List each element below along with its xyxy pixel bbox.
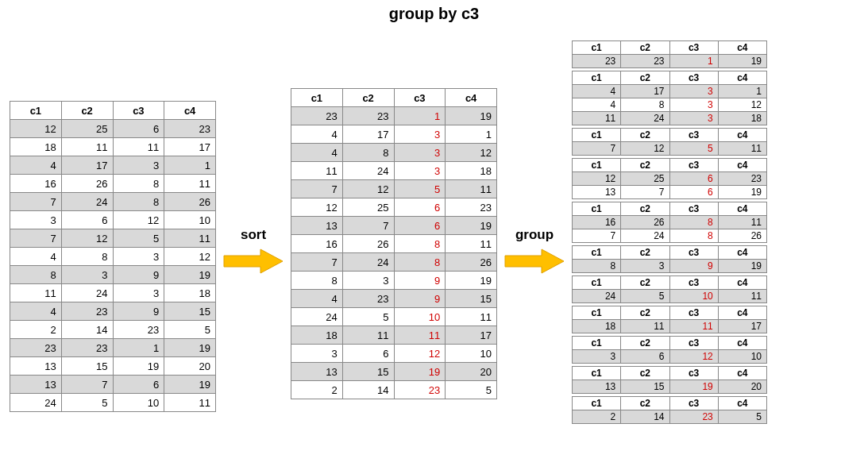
column-header: c1 [573, 276, 621, 290]
column-header: c1 [573, 246, 621, 260]
table-row: 1225623 [10, 120, 216, 138]
column-header: c3 [669, 202, 718, 216]
table-row: 13151920 [10, 357, 216, 376]
arrow-right-icon [503, 248, 565, 275]
grouped-tables: c1c2c3c42323119c1c2c3c441731483121124318… [572, 40, 767, 424]
group-table: c1c2c3c4712511 [572, 128, 767, 156]
column-header: c3 [669, 159, 718, 172]
table-row: 13151920 [573, 380, 767, 394]
group-table: c1c2c3c413151920 [572, 366, 767, 394]
table-sorted: c1c2c3c423231194173148312112431871251112… [291, 88, 497, 399]
column-header: c3 [669, 276, 718, 290]
column-header: c1 [573, 337, 621, 350]
table-row: 712511 [573, 142, 767, 156]
column-header: c1 [573, 159, 621, 172]
column-header: c1 [573, 306, 621, 320]
column-header: c3 [669, 337, 718, 350]
table-row: 83919 [291, 272, 497, 290]
table-row: 1626811 [573, 216, 767, 229]
column-header: c2 [342, 89, 394, 107]
table-row: 137619 [573, 186, 767, 199]
table-row: 18111117 [291, 326, 497, 345]
table-row: 724826 [291, 253, 497, 272]
table-row: 18111117 [573, 320, 767, 333]
table-row: 48312 [573, 98, 767, 112]
table-row: 18111117 [10, 138, 216, 156]
column-header: c2 [621, 397, 669, 410]
table-row: 2323119 [573, 55, 767, 68]
column-header: c2 [621, 337, 669, 350]
column-header: c3 [669, 246, 718, 260]
group-table: c1c2c3c441731483121124318 [572, 71, 767, 125]
column-header: c1 [291, 89, 343, 107]
table-row: 214235 [10, 321, 216, 339]
column-header: c2 [621, 41, 669, 55]
table-row: 41731 [573, 85, 767, 98]
column-header: c3 [669, 306, 718, 320]
group-table: c1c2c3c4361210 [572, 336, 767, 364]
arrow-right-icon [222, 248, 284, 275]
table-row: 137619 [291, 217, 497, 235]
column-header: c4 [718, 337, 766, 350]
table-row: 13151920 [291, 363, 497, 381]
column-header: c1 [10, 102, 62, 120]
table-row: 712511 [291, 180, 497, 198]
column-header: c4 [718, 246, 766, 260]
column-header: c1 [573, 41, 621, 55]
table-row: 1124318 [291, 162, 497, 180]
table-row: 1124318 [573, 112, 767, 125]
column-header: c2 [621, 276, 669, 290]
column-header: c3 [394, 89, 446, 107]
column-header: c4 [718, 276, 766, 290]
column-header: c2 [621, 129, 669, 142]
column-header: c2 [61, 102, 113, 120]
page-title: group by c3 [10, 5, 858, 23]
column-header: c2 [621, 367, 669, 380]
column-header: c3 [669, 367, 718, 380]
table-row: 83919 [573, 260, 767, 273]
arrow-sort-label: sort [241, 227, 266, 243]
group-table: c1c2c3c483919 [572, 245, 767, 273]
table-row: 83919 [10, 266, 216, 284]
column-header: c3 [669, 129, 718, 142]
group-table: c1c2c3c41225623137619 [572, 158, 767, 199]
column-header: c4 [718, 367, 766, 380]
table-row: 2451011 [10, 394, 216, 412]
table-row: 41731 [291, 125, 497, 144]
column-header: c3 [669, 397, 718, 410]
column-header: c3 [113, 102, 164, 120]
column-header: c4 [446, 89, 497, 107]
table-row: 48312 [291, 144, 497, 162]
table-row: 724826 [10, 193, 216, 211]
column-header: c2 [621, 306, 669, 320]
table-row: 2323119 [10, 339, 216, 357]
column-header: c2 [621, 71, 669, 85]
table-original: c1c2c3c412256231811111741731162681172482… [10, 101, 216, 412]
group-table: c1c2c3c418111117 [572, 306, 767, 333]
column-header: c1 [573, 367, 621, 380]
table-row: 214235 [291, 381, 497, 399]
table-row: 1124318 [10, 284, 216, 302]
column-header: c3 [669, 41, 718, 55]
table-row: 41731 [10, 156, 216, 175]
column-header: c4 [164, 102, 216, 120]
column-header: c1 [573, 129, 621, 142]
column-header: c1 [573, 71, 621, 85]
table-row: 361210 [291, 345, 497, 363]
table-row: 1225623 [291, 198, 497, 217]
svg-marker-1 [505, 249, 564, 273]
column-header: c4 [718, 306, 766, 320]
column-header: c4 [718, 397, 766, 410]
table-row: 2451011 [573, 290, 767, 303]
group-table: c1c2c3c41626811724826 [572, 202, 767, 243]
column-header: c4 [718, 129, 766, 142]
table-row: 1626811 [10, 175, 216, 193]
table-row: 48312 [10, 248, 216, 266]
arrow-group-label: group [515, 227, 554, 243]
column-header: c2 [621, 202, 669, 216]
column-header: c2 [621, 246, 669, 260]
column-header: c1 [573, 202, 621, 216]
column-header: c4 [718, 41, 766, 55]
column-header: c4 [718, 159, 766, 172]
table-row: 361210 [10, 211, 216, 229]
